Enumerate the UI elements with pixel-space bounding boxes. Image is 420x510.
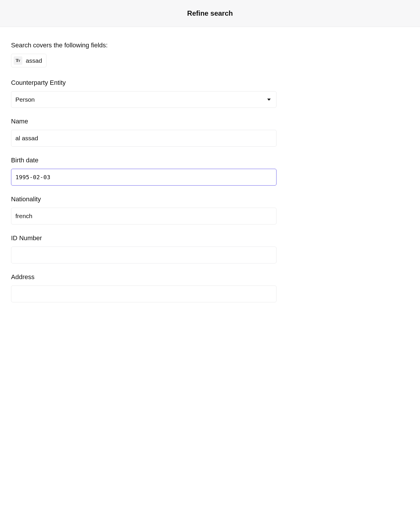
- birth-date-label: Birth date: [11, 157, 277, 164]
- search-fields-label: Search covers the following fields:: [11, 42, 277, 49]
- page-header: Refine search: [0, 0, 420, 27]
- page-title: Refine search: [0, 9, 420, 17]
- nationality-label: Nationality: [11, 195, 277, 203]
- nationality-group: Nationality: [11, 195, 277, 225]
- counterparty-entity-group: Counterparty Entity Person: [11, 79, 277, 108]
- address-label: Address: [11, 273, 277, 281]
- counterparty-entity-label: Counterparty Entity: [11, 79, 277, 87]
- address-group: Address: [11, 273, 277, 302]
- id-number-input[interactable]: [11, 247, 277, 263]
- nationality-input[interactable]: [11, 208, 277, 225]
- id-number-label: ID Number: [11, 234, 277, 242]
- form-content: Search covers the following fields: TT a…: [0, 27, 288, 323]
- name-label: Name: [11, 118, 277, 125]
- counterparty-entity-select[interactable]: Person: [11, 91, 277, 108]
- name-group: Name: [11, 118, 277, 147]
- text-type-icon: TT: [14, 56, 22, 65]
- birth-date-input[interactable]: [11, 169, 277, 186]
- address-input[interactable]: [11, 285, 277, 302]
- search-tag[interactable]: TT assad: [11, 54, 46, 67]
- id-number-group: ID Number: [11, 234, 277, 263]
- birth-date-group: Birth date: [11, 157, 277, 186]
- name-input[interactable]: [11, 130, 277, 147]
- counterparty-entity-select-wrapper: Person: [11, 91, 277, 108]
- search-tag-label: assad: [26, 57, 42, 64]
